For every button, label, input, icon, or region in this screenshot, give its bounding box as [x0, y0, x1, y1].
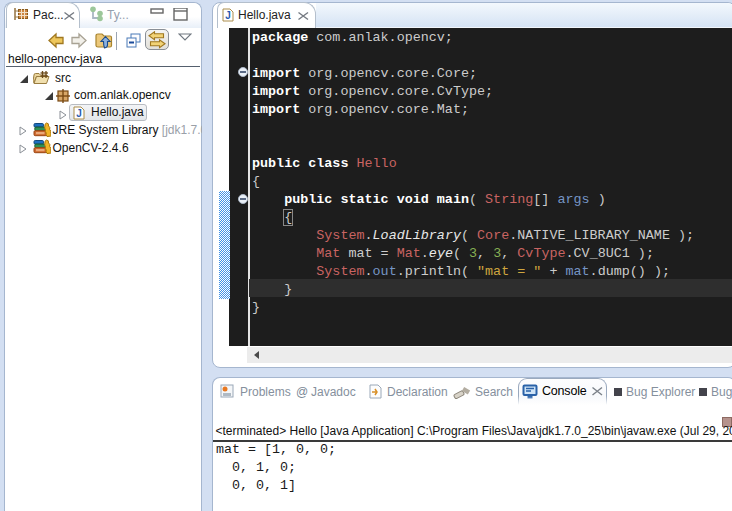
svg-text:J: J	[76, 108, 82, 119]
svg-text:J: J	[225, 10, 231, 21]
